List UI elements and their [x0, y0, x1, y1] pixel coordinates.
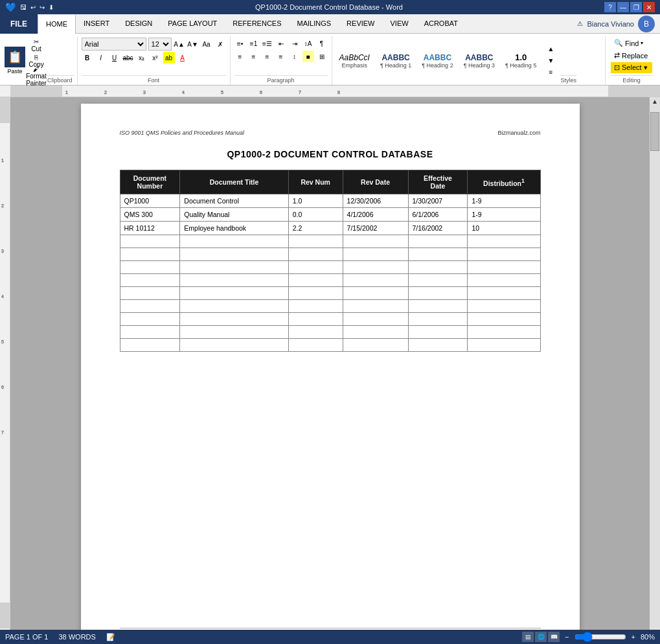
style-h5-preview: 1.0 [515, 52, 527, 62]
zoom-slider[interactable] [575, 632, 626, 642]
increase-indent-btn[interactable]: ⇥ [289, 38, 301, 49]
decrease-indent-btn[interactable]: ⇤ [275, 38, 287, 49]
svg-rect-10 [0, 603, 10, 628]
border-btn[interactable]: ⊞ [316, 51, 328, 62]
help-btn[interactable]: ? [604, 2, 616, 12]
para-row-1: ≡• ≡1 ≡☰ ⇤ ⇥ ↕A ¶ [234, 38, 328, 49]
zoom-minus[interactable]: − [565, 633, 569, 641]
align-left-btn[interactable]: ≡ [234, 51, 246, 62]
tab-design[interactable]: DESIGN [117, 14, 160, 34]
minimize-btn[interactable]: — [617, 2, 629, 12]
find-chevron: ▾ [641, 40, 643, 46]
font-size-select[interactable]: 12 [148, 38, 172, 51]
scrollbar[interactable]: ▲ ▼ [650, 97, 660, 644]
cell-dist-1: 1-9 [468, 208, 540, 222]
cell-docNum-2: HR 10112 [120, 222, 180, 235]
italic-btn[interactable]: I [95, 52, 107, 63]
select-icon: ⊡ [614, 63, 620, 72]
find-button[interactable]: 🔍 Find ▾ [611, 38, 652, 49]
table-row: QP1000Document Control1.012/30/20061/30/… [120, 194, 540, 208]
svg-text:3: 3 [1, 249, 4, 253]
text-color-btn[interactable]: A [177, 52, 188, 63]
line-spacing-btn[interactable]: ↕ [289, 51, 301, 62]
sort-btn[interactable]: ↕A [302, 38, 314, 49]
tab-pagelayout[interactable]: PAGE LAYOUT [160, 14, 225, 34]
align-right-btn[interactable]: ≡ [262, 51, 273, 62]
view-read-btn[interactable]: 📖 [548, 632, 560, 642]
cell-docTitle-8 [180, 300, 288, 313]
highlight-btn[interactable]: ab [163, 52, 175, 63]
tab-home[interactable]: HOME [38, 15, 76, 34]
cell-effDate-8 [408, 300, 468, 313]
justify-btn[interactable]: ≡ [275, 51, 287, 62]
tab-mailings[interactable]: MAILINGS [290, 14, 339, 34]
cell-docNum-11 [120, 339, 180, 352]
view-web-btn[interactable]: 🌐 [535, 632, 547, 642]
svg-text:7: 7 [299, 90, 301, 95]
style-heading1[interactable]: AABBC ¶ Heading 1 [377, 51, 415, 71]
style-heading5[interactable]: 1.0 ¶ Heading 5 [502, 51, 540, 71]
subscript-btn[interactable]: x₂ [136, 52, 148, 63]
th-eff-date: EffectiveDate [408, 170, 468, 194]
user-name: Bianca Viviano [587, 20, 634, 28]
scroll-track[interactable] [650, 106, 660, 644]
replace-button[interactable]: ⇄ Replace [611, 50, 652, 61]
cell-effDate-5 [408, 261, 468, 274]
cell-revDate-11 [343, 339, 408, 352]
scroll-thumb[interactable] [650, 112, 659, 151]
select-button[interactable]: ⊡ Select ▾ [611, 62, 652, 73]
cell-revDate-10 [343, 326, 408, 339]
font-grow-btn[interactable]: A▲ [174, 38, 185, 50]
strikethrough-btn[interactable]: abc [122, 52, 134, 63]
cell-docNum-3 [120, 235, 180, 248]
cell-dist-4 [468, 248, 540, 261]
tab-review[interactable]: REVIEW [339, 14, 382, 34]
change-case-btn[interactable]: Aa [201, 38, 212, 50]
copy-button[interactable]: ⎘ Copy [28, 55, 44, 67]
multilevel-btn[interactable]: ≡☰ [262, 38, 273, 49]
word-count-icon: 📝 [106, 633, 115, 641]
maximize-btn[interactable]: ❐ [630, 2, 642, 12]
zoom-plus[interactable]: + [632, 633, 635, 641]
styles-more[interactable]: ≡ [545, 67, 556, 78]
font-label: Font [82, 75, 226, 84]
tab-insert[interactable]: INSERT [76, 14, 117, 34]
styles-scroll-up[interactable]: ▲ [545, 43, 556, 55]
tab-view[interactable]: VIEW [383, 14, 416, 34]
cell-dist-7 [468, 287, 540, 300]
clear-format-btn[interactable]: ✗ [214, 38, 226, 50]
scroll-up-btn[interactable]: ▲ [650, 97, 659, 106]
paste-button[interactable]: 📋 Paste [3, 38, 27, 84]
style-heading2[interactable]: AABBC ¶ Heading 2 [418, 51, 456, 71]
show-marks-btn[interactable]: ¶ [316, 38, 328, 49]
styles-scroll-down[interactable]: ▼ [545, 55, 556, 67]
close-btn[interactable]: ✕ [643, 2, 655, 12]
doc-area: 1 2 3 4 5 6 7 ISO 9001 QMS Policies and … [0, 97, 660, 644]
cell-revNum-9 [288, 313, 343, 326]
numbering-btn[interactable]: ≡1 [248, 38, 260, 49]
underline-btn[interactable]: U [109, 52, 120, 63]
style-heading3[interactable]: AABBC ¶ Heading 3 [461, 51, 498, 71]
cell-docTitle-9 [180, 313, 288, 326]
cut-button[interactable]: ✂ Cut [28, 40, 44, 51]
format-painter-button[interactable]: 🖌 Format Painter [28, 71, 44, 82]
svg-text:1: 1 [1, 158, 4, 163]
font-shrink-btn[interactable]: A▼ [187, 38, 199, 50]
bold-btn[interactable]: B [82, 52, 93, 63]
table-body: QP1000Document Control1.012/30/20061/30/… [120, 194, 540, 352]
style-h1-preview: AABBC [381, 53, 409, 62]
style-emphasis[interactable]: AaBbCcI Emphasis [336, 51, 373, 71]
align-center-btn[interactable]: ≡ [248, 51, 260, 62]
font-name-select[interactable]: Arial [82, 38, 146, 51]
ruler-content[interactable]: 1 2 3 4 5 6 7 8 [62, 86, 608, 97]
tab-file[interactable]: FILE [0, 14, 38, 34]
tab-acrobat[interactable]: ACROBAT [416, 14, 466, 34]
bullets-btn[interactable]: ≡• [234, 38, 246, 49]
cell-revDate-0: 12/30/2006 [343, 194, 408, 208]
shading-btn[interactable]: ■ [302, 51, 314, 62]
cell-revNum-0: 1.0 [288, 194, 343, 208]
tab-references[interactable]: REFERENCES [225, 14, 289, 34]
superscript-btn[interactable]: x² [150, 52, 161, 63]
cell-docTitle-2: Employee handbook [180, 222, 288, 235]
view-print-btn[interactable]: ▤ [522, 632, 534, 642]
